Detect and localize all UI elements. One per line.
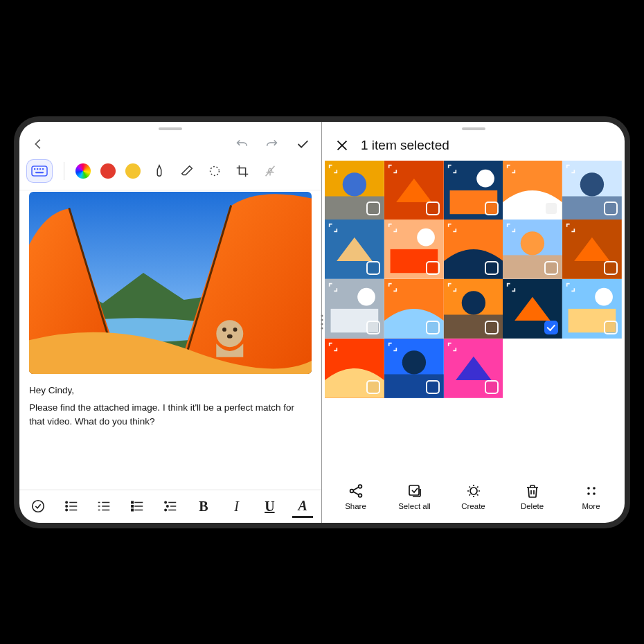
gallery-grid <box>322 158 625 398</box>
thumbnail-checkbox[interactable] <box>426 202 440 215</box>
select-all-button[interactable]: Select all <box>390 483 440 510</box>
color-palette-button[interactable] <box>75 163 91 179</box>
expand-icon <box>387 163 398 175</box>
thumbnail-checkbox[interactable] <box>426 261 440 275</box>
lasso-select-tool[interactable] <box>206 162 224 180</box>
notes-topbar <box>19 133 321 154</box>
thumbnail-checkbox[interactable] <box>485 380 499 394</box>
svg-point-101 <box>587 492 590 495</box>
svg-point-12 <box>233 327 238 331</box>
note-body-text: Please find the attached image. I think … <box>29 401 312 428</box>
share-button[interactable]: Share <box>331 483 381 510</box>
svg-line-96 <box>469 494 470 496</box>
expand-icon <box>506 282 517 293</box>
window-drag-handle[interactable] <box>159 127 182 130</box>
bulleted-list-button[interactable] <box>94 494 115 518</box>
gallery-thumbnail[interactable] <box>503 220 562 279</box>
thumbnail-checkbox[interactable] <box>366 321 380 334</box>
thumbnail-checkbox[interactable] <box>544 321 558 334</box>
svg-line-86 <box>353 492 359 495</box>
thumbnail-checkbox[interactable] <box>604 202 618 215</box>
expand-icon <box>447 341 458 352</box>
gallery-thumbnail[interactable] <box>325 161 384 220</box>
note-text-area[interactable]: Hey Cindy, Please find the attached imag… <box>29 384 312 429</box>
underline-button[interactable]: U <box>259 494 280 518</box>
expand-icon <box>565 163 576 175</box>
keyboard-tool[interactable] <box>26 159 53 183</box>
thumbnail-checkbox[interactable] <box>426 380 440 394</box>
svg-point-38 <box>165 509 166 510</box>
eraser-tool[interactable] <box>178 162 196 180</box>
gallery-thumbnail[interactable] <box>384 339 444 398</box>
split-screen: Hey Cindy, Please find the attached imag… <box>19 122 625 523</box>
gallery-thumbnail[interactable] <box>444 220 503 279</box>
numbered-list-button[interactable] <box>61 494 82 518</box>
svg-point-100 <box>593 487 596 490</box>
note-greeting: Hey Cindy, <box>29 384 312 397</box>
tablet-device: Hey Cindy, Please find the attached imag… <box>14 116 630 528</box>
note-editor-body[interactable]: Hey Cindy, Please find the attached imag… <box>19 190 321 490</box>
expand-icon <box>387 341 398 352</box>
svg-point-11 <box>222 327 226 331</box>
bold-button[interactable]: B <box>193 494 214 518</box>
thumbnail-checkbox[interactable] <box>366 380 380 394</box>
crop-tool[interactable] <box>233 162 251 180</box>
color-yellow[interactable] <box>125 163 141 179</box>
undo-button[interactable] <box>233 135 251 153</box>
gallery-thumbnail[interactable] <box>503 279 562 339</box>
svg-rect-0 <box>32 166 47 176</box>
svg-point-51 <box>580 172 604 196</box>
thumbnail-checkbox[interactable] <box>485 261 499 275</box>
notes-app-pane: Hey Cindy, Please find the attached imag… <box>19 122 322 523</box>
separator <box>64 162 64 180</box>
svg-point-57 <box>417 229 435 247</box>
highlight-button[interactable]: A <box>292 494 313 518</box>
thumbnail-checkbox[interactable] <box>426 321 440 334</box>
svg-rect-87 <box>409 485 419 495</box>
gallery-thumbnail[interactable] <box>562 161 622 220</box>
italic-button[interactable]: I <box>226 494 247 518</box>
gallery-thumbnail[interactable] <box>444 339 503 398</box>
thumbnail-checkbox[interactable] <box>604 321 618 334</box>
gallery-thumbnail[interactable] <box>444 279 503 339</box>
drawing-toolbar <box>19 154 321 190</box>
redo-button[interactable] <box>263 135 281 153</box>
create-label: Create <box>461 502 485 510</box>
note-attached-image[interactable] <box>29 192 312 374</box>
disable-input-tool[interactable] <box>261 162 279 180</box>
create-button[interactable]: Create <box>449 483 499 510</box>
gallery-thumbnail[interactable] <box>325 339 384 398</box>
thumbnail-checkbox[interactable] <box>604 261 618 275</box>
svg-rect-31 <box>132 506 134 508</box>
thumbnail-checkbox[interactable] <box>366 202 380 215</box>
delete-label: Delete <box>521 502 544 510</box>
thumbnail-checkbox[interactable] <box>544 261 558 275</box>
expand-icon <box>387 222 398 233</box>
delete-button[interactable]: Delete <box>508 483 557 510</box>
gallery-thumbnail[interactable] <box>503 161 562 220</box>
indent-list-button[interactable] <box>160 494 181 518</box>
more-button[interactable]: More <box>566 483 616 510</box>
color-red[interactable] <box>100 163 116 179</box>
gallery-thumbnail[interactable] <box>384 279 444 339</box>
pen-tool[interactable] <box>150 162 168 180</box>
expand-icon <box>565 282 576 293</box>
lined-list-button[interactable] <box>127 494 147 518</box>
window-drag-handle[interactable] <box>462 127 485 130</box>
gallery-thumbnail[interactable] <box>384 161 444 220</box>
gallery-thumbnail[interactable] <box>384 220 444 279</box>
gallery-thumbnail[interactable] <box>562 220 622 279</box>
back-button[interactable] <box>29 135 47 153</box>
gallery-thumbnail[interactable] <box>562 279 622 339</box>
checklist-button[interactable] <box>28 494 48 518</box>
thumbnail-checkbox[interactable] <box>366 261 380 275</box>
thumbnail-checkbox[interactable] <box>485 202 499 215</box>
gallery-thumbnail[interactable] <box>444 161 503 220</box>
gallery-thumbnail[interactable] <box>325 279 384 339</box>
confirm-button[interactable] <box>294 135 312 153</box>
svg-point-19 <box>66 506 67 507</box>
close-button[interactable] <box>333 136 351 154</box>
gallery-thumbnail[interactable] <box>325 220 384 279</box>
thumbnail-checkbox[interactable] <box>485 321 499 334</box>
thumbnail-checkbox[interactable] <box>544 202 558 215</box>
